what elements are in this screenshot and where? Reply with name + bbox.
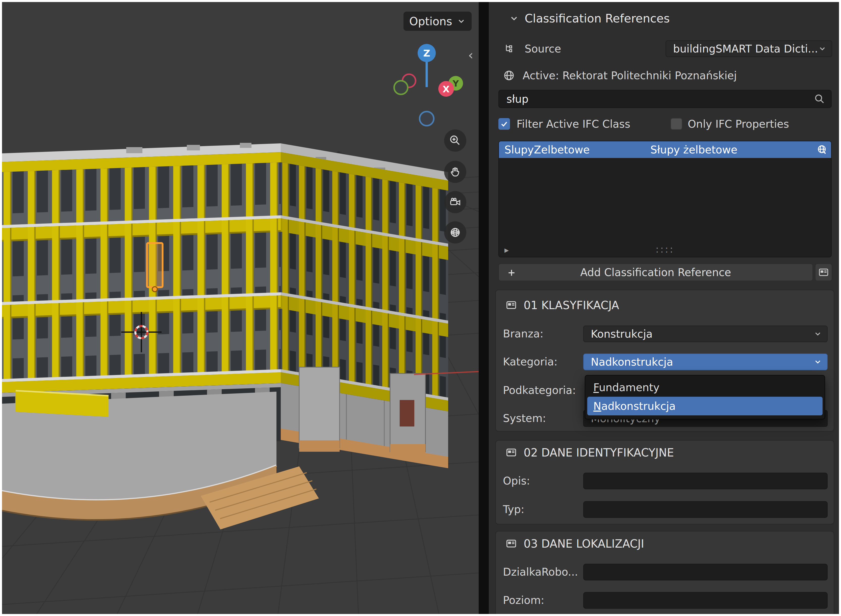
source-value: buildingSMART Data Dicti... [673, 43, 818, 55]
poziom-field[interactable] [583, 592, 828, 609]
id-card-icon [505, 299, 517, 311]
only-ifc-checkbox[interactable] [671, 118, 682, 130]
menu-option-fundamenty[interactable]: Fundamenty [587, 378, 823, 397]
branza-label: Branza: [503, 326, 543, 342]
section-title: 01 KLASYFIKACJA [524, 299, 619, 312]
panel-title: Classification References [525, 12, 670, 25]
id-card-icon [818, 267, 829, 278]
dzialka-label: DzialkaRobo... [503, 564, 578, 581]
globe-icon [816, 144, 827, 155]
source-dropdown[interactable]: buildingSMART Data Dicti... [666, 40, 832, 57]
list-item-selected[interactable]: SlupyZelbetowe Słupy żelbetowe [499, 141, 831, 158]
chevron-down-icon [818, 44, 826, 53]
zoom-button[interactable] [444, 129, 466, 152]
list-item-identification: SlupyZelbetowe [499, 144, 650, 156]
source-row: Source [504, 40, 561, 57]
id-card-icon [505, 447, 517, 458]
outliner-icon [504, 43, 515, 54]
navigation-gizmo[interactable]: Y X Z [379, 35, 475, 136]
selected-column [147, 243, 163, 292]
dzialka-field[interactable] [583, 564, 828, 581]
panel-header[interactable]: Classification References [509, 10, 670, 27]
active-row: Active: Rektorat Politechniki Poznańskie… [503, 67, 737, 83]
add-classification-browse-button[interactable] [815, 264, 832, 281]
chevron-down-icon [457, 17, 466, 26]
camera-view-button[interactable] [444, 191, 466, 213]
kategoria-value: Nadkonstrukcja [591, 356, 673, 368]
globe-icon [503, 69, 515, 82]
podkategoria-label: Podkategoria: [503, 382, 576, 399]
only-ifc-label: Only IFC Properties [688, 118, 789, 130]
chevron-down-icon [813, 358, 822, 366]
hand-icon [449, 166, 461, 178]
poziom-label: Poziom: [503, 592, 545, 609]
viewport-3d[interactable]: Options Y X Z ‹ [0, 0, 480, 616]
opis-label: Opis: [503, 473, 530, 489]
section-dane-lokalizacji-header[interactable]: 03 DANE LOKALIZACJI [505, 535, 644, 552]
camera-icon [449, 196, 461, 208]
axis-neg-y-ball [394, 81, 408, 94]
search-row [498, 90, 832, 108]
filter-active-row: Filter Active IFC Class [498, 117, 630, 130]
add-classification-label: Add Classification Reference [580, 266, 731, 279]
svg-text:Z: Z [423, 48, 430, 59]
typ-field[interactable] [583, 501, 828, 518]
menu-option-nadkonstrukcja[interactable]: Nadkonstrukcja [587, 397, 823, 415]
kategoria-label: Kategoria: [503, 353, 558, 370]
id-card-icon [505, 538, 517, 549]
plus-icon [506, 268, 517, 278]
chevron-down-icon [509, 13, 519, 23]
opis-field[interactable] [583, 473, 828, 489]
kategoria-dropdown-menu: Fundamenty Nadkonstrukcja [585, 375, 825, 419]
check-icon [500, 120, 508, 128]
magnifier-plus-icon [449, 135, 461, 147]
filter-active-checkbox[interactable] [498, 118, 510, 130]
grid-sphere-icon [449, 226, 461, 239]
branza-dropdown[interactable]: Konstrukcja [583, 326, 828, 342]
system-label: System: [503, 410, 546, 427]
active-classification-text: Active: Rektorat Politechniki Poznańskie… [523, 69, 737, 82]
svg-text:X: X [443, 84, 450, 94]
add-classification-button[interactable]: Add Classification Reference [498, 264, 813, 281]
classification-list[interactable]: SlupyZelbetowe Słupy żelbetowe ▸ :::: [498, 141, 832, 257]
axis-neg-z-ball [420, 111, 434, 126]
source-label: Source [525, 43, 561, 55]
section-klasyfikacja-header[interactable]: 01 KLASYFIKACJA [505, 297, 619, 314]
list-item-name: Słupy żelbetowe [650, 144, 813, 156]
section-title: 02 DANE IDENTYFIKACYJNE [524, 446, 674, 459]
list-item-globe-button[interactable] [813, 144, 831, 155]
search-input[interactable] [498, 90, 832, 108]
search-icon[interactable] [814, 93, 825, 104]
blender-window: Options Y X Z ‹ [0, 0, 841, 616]
list-resize-grip[interactable]: :::: [499, 244, 831, 255]
options-label: Options [409, 15, 452, 28]
branza-value: Konstrukcja [591, 328, 653, 340]
section-title: 03 DANE LOKALIZACJI [524, 537, 644, 550]
region-divider[interactable] [479, 0, 489, 616]
section-dane-identyfikacyjne-header[interactable]: 02 DANE IDENTYFIKACYJNE [505, 444, 674, 461]
options-button[interactable]: Options [404, 12, 472, 31]
pan-button[interactable] [444, 161, 466, 183]
grid-sphere-button[interactable] [444, 221, 466, 243]
classification-panel: Classification References Source buildin… [489, 0, 841, 616]
chevron-down-icon [813, 330, 822, 338]
typ-label: Typ: [503, 501, 524, 518]
filter-active-label: Filter Active IFC Class [517, 118, 630, 130]
kategoria-dropdown-open[interactable]: Nadkonstrukcja [583, 353, 828, 370]
panel-collapse-arrow[interactable]: ‹ [468, 47, 473, 63]
only-ifc-row: Only IFC Properties [671, 117, 789, 130]
